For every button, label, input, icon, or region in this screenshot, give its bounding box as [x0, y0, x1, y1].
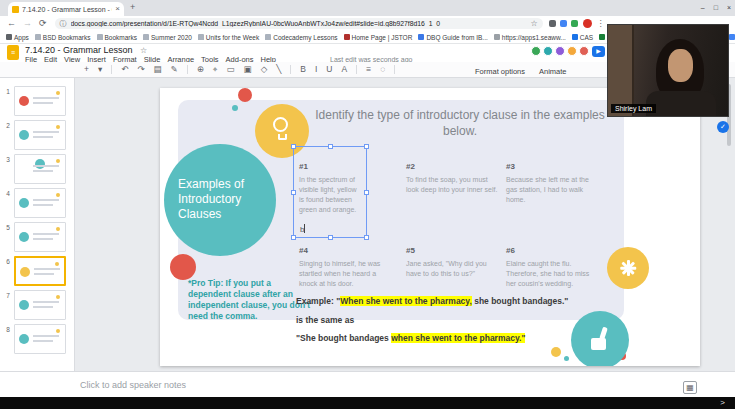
checkmark-badge[interactable]: ✓ — [717, 121, 729, 133]
slide-thumbnail[interactable] — [14, 222, 66, 252]
print-icon[interactable]: ▤ — [154, 65, 162, 74]
browser-menu-icon[interactable]: ⋮ — [597, 19, 605, 28]
tab-close-icon[interactable]: × — [115, 5, 120, 13]
bookmark-item[interactable]: Summer 2020 — [143, 34, 192, 41]
new-slide-dropdown-icon[interactable]: ▾ — [98, 65, 102, 74]
paint-format-icon[interactable]: ✎ — [171, 65, 178, 74]
comment-icon[interactable]: ◌ — [380, 65, 385, 74]
bookmark-item[interactable]: DBQ Guide from IB... — [418, 34, 487, 41]
slide-thumbnail[interactable] — [14, 120, 66, 150]
maximize-icon[interactable]: □ — [714, 1, 718, 15]
example-block[interactable]: #2 To find the soap, you must look deep … — [406, 162, 500, 195]
bookmark-item[interactable]: BSD Bookmarks — [35, 34, 91, 41]
title-badge-circle[interactable]: Examples of Introductory Clauses — [164, 144, 276, 256]
redo-icon[interactable]: ↷ — [137, 65, 144, 74]
slide-thumbnail[interactable] — [14, 188, 66, 218]
resize-handle-n[interactable] — [328, 144, 333, 149]
avatar[interactable] — [555, 46, 565, 56]
bookmark-item[interactable]: Units for the Week — [198, 34, 259, 41]
avatar[interactable] — [543, 46, 553, 56]
bookmark-item[interactable]: Apps — [6, 34, 29, 41]
slides-logo-icon[interactable]: ≡ — [7, 45, 19, 60]
url-bar[interactable]: ⓘ docs.google.com/presentation/d/1E-RTQw… — [55, 18, 543, 29]
resize-handle-nw[interactable] — [291, 144, 296, 149]
new-slide-icon[interactable]: + — [84, 65, 89, 74]
webcam-window[interactable]: Shirley Lam — [607, 24, 729, 117]
zoom-icon[interactable]: ⊕ — [197, 65, 204, 74]
site-info-icon[interactable]: ⓘ — [60, 19, 67, 29]
toolbar-icon[interactable] — [187, 65, 188, 74]
resize-handle-se[interactable] — [364, 235, 369, 240]
toolbar-icon[interactable] — [394, 65, 395, 74]
image-icon[interactable]: ▣ — [244, 65, 252, 74]
example-sentence-2[interactable]: "She bought bandages when she went to th… — [296, 333, 525, 343]
notes-placeholder[interactable]: Click to add speaker notes — [80, 380, 186, 390]
align-icon[interactable]: ≡ — [366, 65, 371, 74]
toolbar-icon[interactable] — [111, 65, 112, 74]
bookmark-item[interactable]: Home Page | JSTOR — [344, 34, 413, 41]
example-block[interactable]: #6 Elaine caught the flu. Therefore, she… — [506, 246, 600, 289]
resize-handle-ne[interactable] — [364, 144, 369, 149]
extension-icon[interactable] — [571, 20, 578, 27]
minimize-icon[interactable]: – — [701, 1, 705, 15]
text-color-icon[interactable]: A — [342, 65, 348, 74]
doc-title[interactable]: 7.14.20 - Grammar Lesson — [25, 45, 133, 55]
browser-tab[interactable]: 7.14.20 - Grammar Lesson - Go... × — [8, 2, 124, 16]
explore-button[interactable]: ▦ — [683, 381, 697, 394]
same-as-text[interactable]: is the same as — [296, 315, 354, 325]
bookmark-item[interactable]: Codecademy Lessons — [265, 34, 337, 41]
profile-avatar[interactable] — [583, 19, 592, 28]
forward-icon[interactable]: → — [23, 19, 32, 28]
new-tab-button[interactable]: + — [130, 2, 135, 12]
underline-icon[interactable]: U — [326, 65, 332, 74]
format-options-button[interactable]: Format options — [470, 66, 530, 77]
resize-handle-sw[interactable] — [291, 235, 296, 240]
filmstrip-item[interactable]: 2 — [2, 120, 74, 150]
avatar[interactable] — [579, 46, 589, 56]
resize-handle-s[interactable] — [328, 235, 333, 240]
example-block[interactable]: #5 Jane asked, "Why did you have to do t… — [406, 246, 500, 279]
bookmark-item[interactable]: CAS — [572, 34, 593, 41]
line-icon[interactable]: ╲ — [276, 65, 281, 74]
reload-icon[interactable]: ⟳ — [39, 19, 47, 28]
shape-icon[interactable]: ◇ — [261, 65, 268, 74]
toolbar-icon[interactable] — [290, 65, 291, 74]
bold-icon[interactable]: B — [300, 65, 306, 74]
animate-button[interactable]: Animate — [534, 66, 572, 77]
slide-thumbnail[interactable] — [14, 154, 66, 184]
filmstrip-item[interactable]: 5 — [2, 222, 74, 252]
star-doc-icon[interactable]: ☆ — [140, 46, 147, 55]
close-icon[interactable]: × — [727, 1, 731, 15]
filmstrip-item[interactable]: 8 — [2, 324, 74, 354]
resize-handle-w[interactable] — [291, 190, 296, 195]
undo-icon[interactable]: ↶ — [121, 65, 128, 74]
slide-thumbnail[interactable] — [14, 256, 66, 286]
present-button[interactable]: ▶ — [592, 46, 605, 57]
resize-handle-e[interactable] — [364, 190, 369, 195]
filmstrip-item[interactable]: 6 — [2, 256, 74, 286]
avatar[interactable] — [531, 46, 541, 56]
toolbar-icon[interactable] — [356, 65, 357, 74]
extension-icon[interactable] — [560, 20, 567, 27]
bookmark-item[interactable]: Bookmarks — [97, 34, 138, 41]
typed-text[interactable]: b — [300, 224, 305, 234]
filmstrip-item[interactable]: 1 — [2, 86, 74, 116]
extension-icon[interactable] — [549, 20, 556, 27]
filmstrip-item[interactable]: 3 — [2, 154, 74, 184]
slide-title[interactable]: Identify the type of introductory clause… — [300, 108, 620, 139]
pro-tip-text[interactable]: *Pro Tip: If you put a dependent clause … — [188, 278, 310, 322]
speaker-notes-bar[interactable]: Click to add speaker notes ▦ — [0, 371, 735, 397]
slide-canvas[interactable]: Identify the type of introductory clause… — [160, 88, 700, 366]
italic-icon[interactable]: I — [315, 65, 317, 74]
example-sentence-1[interactable]: Example: "When she went to the pharmacy,… — [296, 296, 568, 306]
select-icon[interactable]: ⌖ — [213, 65, 218, 74]
bookmark-item[interactable]: English 19-... — [729, 34, 735, 41]
example-block[interactable]: #3 Because she left me at the gas statio… — [506, 162, 600, 205]
slide-thumbnail[interactable] — [14, 86, 66, 116]
filmstrip-item[interactable]: 7 — [2, 290, 74, 320]
slide-thumbnail[interactable] — [14, 290, 66, 320]
overflow-chevron-icon[interactable]: > — [720, 398, 725, 407]
back-icon[interactable]: ← — [7, 19, 16, 28]
text-box-icon[interactable]: ▭ — [227, 65, 235, 74]
slide-thumbnail[interactable] — [14, 324, 66, 354]
